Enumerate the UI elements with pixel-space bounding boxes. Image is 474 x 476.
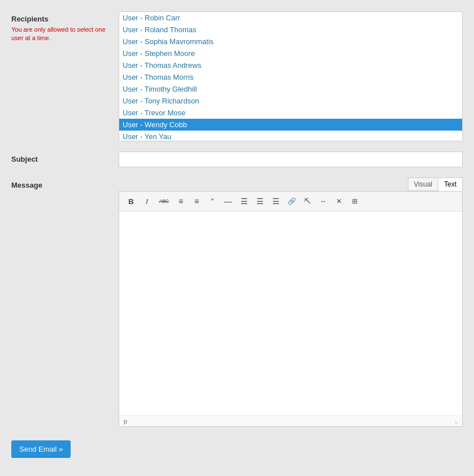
recipients-label-text: Recipients [11, 15, 49, 23]
toolbar-blockquote[interactable]: “ [205, 194, 220, 208]
toolbar-italic[interactable]: I [140, 194, 154, 208]
send-row: Send Email » [11, 437, 463, 458]
recipients-field: User - Robin CarrUser - Roland ThomasUse… [119, 11, 463, 141]
subject-field [119, 152, 463, 167]
toolbar-link[interactable]: 🔗 [284, 194, 299, 208]
editor-status-bar: p ⌞ [119, 415, 462, 426]
tab-text[interactable]: Text [438, 178, 463, 191]
recipients-select[interactable]: User - Robin CarrUser - Roland ThomasUse… [119, 11, 463, 141]
toolbar-unordered-list[interactable]: ≡ [173, 194, 188, 208]
toolbar-unlink[interactable]: ⛏ [300, 194, 315, 208]
message-tabs: Visual Text [119, 178, 463, 191]
tab-visual[interactable]: Visual [408, 178, 438, 191]
editor-tag: p [124, 418, 127, 425]
toolbar-fullscreen[interactable]: ↔ [316, 194, 331, 208]
toolbar-bold[interactable]: B [124, 194, 138, 208]
message-field: Visual Text B I ABC ≡ ≡ “ — ☰ ☰ ☰ 🔗 ⛏ [119, 178, 463, 427]
toolbar-abc[interactable]: ABC [155, 194, 172, 208]
recipients-label: Recipients You are only allowed to selec… [11, 11, 119, 43]
recipients-row: Recipients You are only allowed to selec… [11, 11, 463, 141]
toolbar-remove-format[interactable]: ✕ [332, 194, 346, 208]
toolbar-align-left[interactable]: ☰ [237, 194, 251, 208]
send-email-button[interactable]: Send Email » [11, 440, 71, 458]
toolbar-ordered-list[interactable]: ≡ [189, 194, 204, 208]
toolbar-table[interactable]: ⊞ [347, 194, 362, 208]
editor-content[interactable] [119, 211, 462, 415]
toolbar-align-right[interactable]: ☰ [268, 194, 283, 208]
message-label: Message [11, 178, 119, 189]
editor-resize: ⌞ [455, 417, 458, 425]
toolbar-hr[interactable]: — [221, 194, 236, 208]
message-row: Message Visual Text B I ABC ≡ ≡ “ — ☰ ☰ [11, 178, 463, 427]
subject-row: Subject [11, 152, 463, 167]
recipients-note: You are only allowed to select one user … [11, 25, 119, 43]
editor-toolbar: B I ABC ≡ ≡ “ — ☰ ☰ ☰ 🔗 ⛏ ↔ ✕ ⊞ [119, 192, 462, 211]
subject-label: Subject [11, 152, 119, 163]
toolbar-align-center[interactable]: ☰ [253, 194, 267, 208]
subject-input[interactable] [119, 152, 463, 167]
editor-wrapper: B I ABC ≡ ≡ “ — ☰ ☰ ☰ 🔗 ⛏ ↔ ✕ ⊞ [119, 191, 463, 427]
